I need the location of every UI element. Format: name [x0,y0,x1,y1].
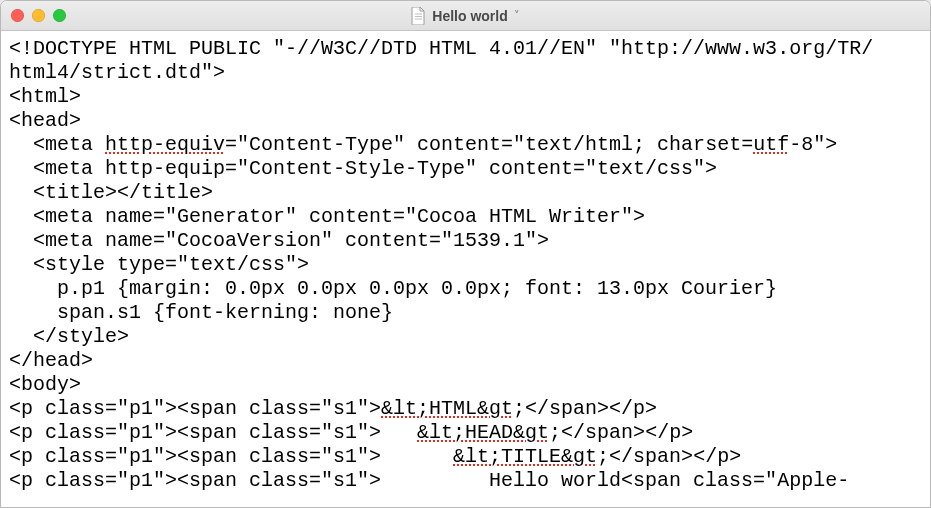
code-text: <meta name="Generator" content="Cocoa HT… [9,205,645,228]
spell-error: &lt;HEAD&gt [417,421,549,444]
code-text: ="Content-Type" content="text/html; char… [225,133,753,156]
code-line[interactable]: <meta http-equip="Content-Style-Type" co… [9,157,922,181]
code-text: <!DOCTYPE HTML PUBLIC "-//W3C//DTD HTML … [9,37,873,60]
code-line[interactable]: <p class="p1"><span class="s1">&lt;HTML&… [9,397,922,421]
code-line[interactable]: p.p1 {margin: 0.0px 0.0px 0.0px 0.0px; f… [9,277,922,301]
code-line[interactable]: </style> [9,325,922,349]
spell-error: http-equiv [105,133,225,156]
code-line[interactable]: <!DOCTYPE HTML PUBLIC "-//W3C//DTD HTML … [9,37,922,61]
title-dropdown-icon[interactable]: ˅ [514,9,520,22]
code-text: <p class="p1"><span class="s1"> [9,445,453,468]
code-text: -8"> [789,133,837,156]
window-title[interactable]: Hello world [432,8,507,24]
window: Hello world ˅ <!DOCTYPE HTML PUBLIC "-//… [0,0,931,508]
document-icon [411,7,426,25]
code-text: span.s1 {font-kerning: none} [9,301,393,324]
code-line[interactable]: <html> [9,85,922,109]
titlebar[interactable]: Hello world ˅ [1,1,930,31]
code-text: p.p1 {margin: 0.0px 0.0px 0.0px 0.0px; f… [9,277,777,300]
code-text: ;</span></p> [549,421,693,444]
minimize-button[interactable] [32,9,45,22]
code-line[interactable]: <head> [9,109,922,133]
zoom-button[interactable] [53,9,66,22]
code-line[interactable]: <p class="p1"><span class="s1"> &lt;HEAD… [9,421,922,445]
code-text: <style type="text/css"> [9,253,309,276]
code-text: <p class="p1"><span class="s1"> [9,397,381,420]
code-text: ;</span></p> [513,397,657,420]
code-area[interactable]: <!DOCTYPE HTML PUBLIC "-//W3C//DTD HTML … [1,31,930,507]
code-text: <meta http-equip="Content-Style-Type" co… [9,157,717,180]
code-line[interactable]: <style type="text/css"> [9,253,922,277]
code-text: <title></title> [9,181,213,204]
code-text: </head> [9,349,93,372]
code-line[interactable]: <title></title> [9,181,922,205]
code-text: <body> [9,373,81,396]
code-line[interactable]: <p class="p1"><span class="s1"> &lt;TITL… [9,445,922,469]
traffic-lights [1,9,66,22]
code-text: html4/strict.dtd"> [9,61,225,84]
code-text: <head> [9,109,81,132]
code-line[interactable]: <body> [9,373,922,397]
code-line[interactable]: </head> [9,349,922,373]
code-line[interactable]: <meta http-equiv="Content-Type" content=… [9,133,922,157]
close-button[interactable] [11,9,24,22]
code-text: </style> [9,325,129,348]
code-text: <html> [9,85,81,108]
code-line[interactable]: <p class="p1"><span class="s1"> Hello wo… [9,469,922,493]
code-text: <meta name="CocoaVersion" content="1539.… [9,229,549,252]
code-text: <p class="p1"><span class="s1"> [9,421,417,444]
spell-error: utf [753,133,789,156]
code-text: <meta [9,133,105,156]
code-line[interactable]: html4/strict.dtd"> [9,61,922,85]
spell-error: &lt;HTML&gt [381,397,513,420]
spell-error: &lt;TITLE&gt [453,445,597,468]
code-text: ;</span></p> [597,445,741,468]
code-line[interactable]: <meta name="CocoaVersion" content="1539.… [9,229,922,253]
title-group: Hello world ˅ [1,7,930,25]
code-line[interactable]: <meta name="Generator" content="Cocoa HT… [9,205,922,229]
code-line[interactable]: span.s1 {font-kerning: none} [9,301,922,325]
code-text: <p class="p1"><span class="s1"> Hello wo… [9,469,849,492]
